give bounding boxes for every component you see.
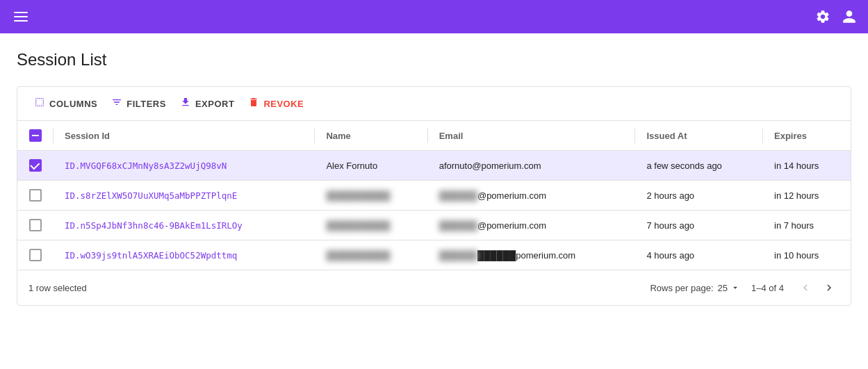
topnav-left [11, 9, 31, 24]
table-row: ID.wO39js9tnlA5XRAEiObOC52Wpdttmq███████… [17, 240, 851, 270]
export-icon [180, 97, 191, 110]
row-checkbox-cell[interactable] [17, 211, 54, 240]
next-page-button[interactable] [819, 279, 840, 297]
export-label: EXPORT [195, 99, 234, 109]
name-cell: ██████████ [315, 181, 427, 211]
rows-per-page-select[interactable]: 25 [718, 283, 740, 293]
export-button[interactable]: EXPORT [174, 94, 240, 113]
rows-per-page-value: 25 [718, 283, 728, 293]
col-issued-at: Issued At [635, 121, 763, 151]
name-cell: ██████████ [315, 240, 427, 270]
revoke-button[interactable]: REVOKE [243, 94, 309, 113]
dropdown-icon [730, 283, 740, 293]
data-table: Session Id Name Email Issued At Expires … [17, 121, 851, 270]
expires-cell: in 7 hours [763, 211, 851, 240]
name-cell: ██████████ [315, 211, 427, 240]
topnav [0, 0, 868, 33]
email-cell: ██████@pomerium.com [428, 211, 636, 240]
table-row: ID.s8rZElXW5O7UuXUMq5aMbPPZTPlqnE███████… [17, 181, 851, 211]
issued-at-cell: 4 hours ago [635, 240, 763, 270]
table-row: ID.n5Sp4JbNf3hn8c46-9BAkEm1LsIRLOy██████… [17, 211, 851, 240]
row-checkbox-cell[interactable] [17, 151, 54, 181]
expires-cell: in 12 hours [763, 181, 851, 211]
expires-cell: in 10 hours [763, 240, 851, 270]
row-checkbox[interactable] [29, 189, 42, 202]
pagination-info: 1–4 of 4 [751, 283, 784, 293]
session-id-cell: ID.MVGQF68xCJMnNy8sA3Z2wUjQ98vN [54, 151, 315, 181]
col-name: Name [315, 121, 427, 151]
email-cell: ██████@pomerium.com [428, 181, 636, 211]
page-content: Session List COLUMNS FILTERS EXPORT [0, 33, 868, 369]
revoke-icon [248, 97, 259, 110]
filters-button[interactable]: FILTERS [106, 94, 172, 113]
menu-icon[interactable] [11, 9, 31, 24]
page-title: Session List [17, 50, 851, 69]
col-email: Email [428, 121, 636, 151]
name-cell: Alex Fornuto [315, 151, 427, 181]
row-checkbox-cell[interactable] [17, 240, 54, 270]
prev-page-button[interactable] [795, 279, 816, 297]
table-container: COLUMNS FILTERS EXPORT REVOKE [17, 86, 851, 306]
col-expires: Expires [763, 121, 851, 151]
toolbar: COLUMNS FILTERS EXPORT REVOKE [17, 87, 851, 121]
col-session-id: Session Id [54, 121, 315, 151]
chevron-right-icon [823, 281, 835, 294]
rows-per-page: Rows per page: 25 [650, 283, 740, 293]
row-checkbox-cell[interactable] [17, 181, 54, 211]
session-id-cell: ID.n5Sp4JbNf3hn8c46-9BAkEm1LsIRLOy [54, 211, 315, 240]
issued-at-cell: a few seconds ago [635, 151, 763, 181]
select-all-header[interactable] [17, 121, 54, 151]
expires-cell: in 14 hours [763, 151, 851, 181]
chevron-left-icon [799, 281, 812, 294]
rows-per-page-label: Rows per page: [650, 283, 713, 293]
selected-count: 1 row selected [28, 283, 87, 293]
footer-right: Rows per page: 25 1–4 of 4 [650, 279, 840, 297]
pagination-buttons [795, 279, 840, 297]
columns-icon [34, 97, 45, 110]
issued-at-cell: 7 hours ago [635, 211, 763, 240]
session-id-cell: ID.wO39js9tnlA5XRAEiObOC52Wpdttmq [54, 240, 315, 270]
table-header-row: Session Id Name Email Issued At Expires [17, 121, 851, 151]
filters-label: FILTERS [126, 99, 166, 109]
session-id-cell: ID.s8rZElXW5O7UuXUMq5aMbPPZTPlqnE [54, 181, 315, 211]
row-checkbox[interactable] [29, 249, 42, 261]
email-cell: ████████████pomerium.com [428, 240, 636, 270]
email-cell: afornuto@pomerium.com [428, 151, 636, 181]
filters-icon [111, 97, 122, 110]
settings-icon[interactable] [815, 9, 830, 24]
columns-button[interactable]: COLUMNS [28, 94, 103, 113]
table-row: ID.MVGQF68xCJMnNy8sA3Z2wUjQ98vNAlex Forn… [17, 151, 851, 181]
issued-at-cell: 2 hours ago [635, 181, 763, 211]
row-checkbox[interactable] [29, 219, 42, 231]
row-checkbox[interactable] [29, 159, 42, 172]
select-all-checkbox[interactable] [29, 129, 42, 142]
topnav-right [815, 9, 857, 24]
table-footer: 1 row selected Rows per page: 25 1–4 of … [17, 270, 851, 305]
revoke-label: REVOKE [263, 99, 304, 109]
user-icon[interactable] [842, 9, 857, 24]
columns-label: COLUMNS [49, 99, 97, 109]
